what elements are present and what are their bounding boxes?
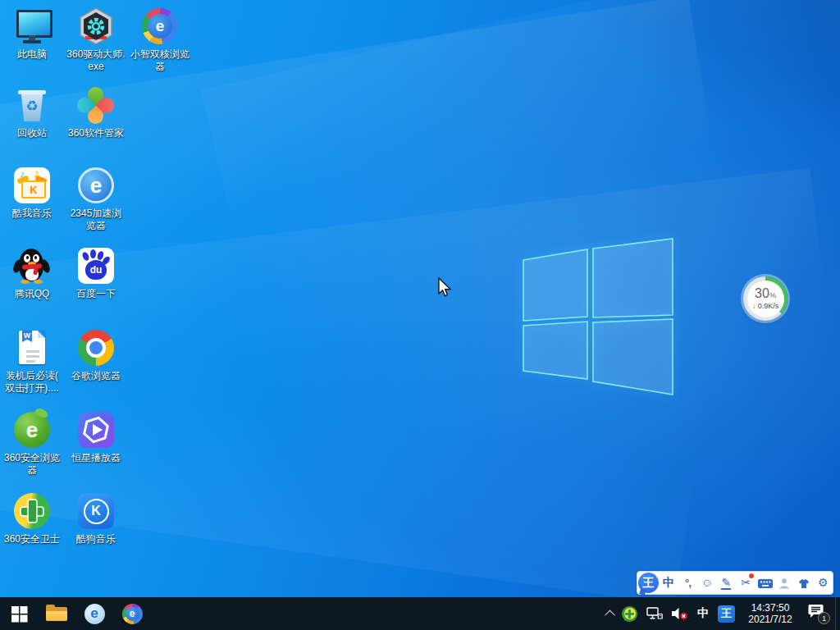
screenshot-scissors-icon[interactable]: ✂	[736, 573, 756, 593]
chevron-up-icon	[605, 609, 615, 620]
taskbar-2345-browser-button[interactable]: e	[75, 597, 113, 630]
plus-vertical-fill	[29, 500, 36, 522]
system-tray: 中 王 14:37:50 2021/7/12 1	[600, 597, 840, 630]
360-shield-icon	[622, 606, 637, 622]
speed-ball-face: 30% ↓ 0.9K/s	[747, 281, 784, 317]
emoji-icon[interactable]: ☺	[697, 573, 717, 593]
desktop-icon-kuwo-music[interactable]: K ♪ ♪ 酷我音乐	[0, 166, 64, 220]
readme-doc-icon: W	[12, 328, 52, 368]
icon-label: 酷我音乐	[0, 208, 67, 220]
desktop-icon-chrome[interactable]: 谷歌浏览器	[64, 328, 128, 382]
paw-toe	[90, 249, 96, 258]
icon-label: 装机后必读( 双击打开)....	[0, 370, 67, 395]
tray-clock[interactable]: 14:37:50 2021/7/12	[745, 602, 796, 625]
recycle-bin-icon: ♻	[12, 85, 52, 125]
start-button[interactable]	[0, 597, 38, 630]
recycle-symbol-icon: ♻	[12, 98, 52, 115]
page-fold	[38, 331, 45, 338]
desktop-icon-readme-doc[interactable]: W 装机后必读( 双击打开)....	[0, 328, 64, 395]
desktop-wallpaper: 此电脑 360驱动大师. exe e 小智双核浏览 器 ♻ 回收站	[0, 0, 840, 597]
chrome-blue-core	[89, 341, 103, 354]
tray-time: 14:37:50	[745, 602, 796, 614]
icon-label: 360安全卫士	[0, 533, 67, 546]
virtual-keyboard-icon[interactable]	[756, 573, 775, 593]
icon-label: 百度一下	[61, 288, 131, 300]
speaker-mute-icon	[671, 607, 689, 620]
penguin-foot	[34, 280, 43, 284]
desktop-icon-xiaozhi-browser[interactable]: e 小智双核浏览 器	[128, 7, 192, 73]
desktop-icon-tencent-qq[interactable]: 腾讯QQ	[0, 246, 64, 300]
icon-label: 此电脑	[0, 48, 67, 61]
network-status-icon[interactable]	[646, 597, 663, 630]
ime-punctuation-toggle[interactable]: °,	[678, 573, 698, 593]
desktop-icon-360-browser[interactable]: e 360安全浏览 器	[0, 410, 64, 477]
desktop-icon-this-pc[interactable]: 此电脑	[0, 7, 64, 61]
account-person-icon[interactable]	[774, 573, 794, 593]
star-player-icon	[76, 410, 116, 450]
desktop-icon-360-safe[interactable]: 360安全卫士	[0, 491, 64, 546]
desktop-icon-baidu[interactable]: du 百度一下	[64, 246, 128, 300]
text-line	[26, 360, 35, 363]
2345-browser-icon: e	[76, 166, 116, 205]
desktop-icon-star-player[interactable]: 恒星播放器	[64, 410, 128, 464]
hexagon-gear-icon	[76, 7, 116, 46]
desktop-icon-2345-browser[interactable]: e 2345加速浏 览器	[64, 166, 128, 232]
360-browser-icon: e	[12, 410, 52, 450]
software-manager-icon	[76, 85, 116, 125]
file-explorer-button[interactable]	[38, 597, 75, 630]
bookmark-w: W	[22, 331, 32, 342]
desktop-icon-driver-master[interactable]: 360驱动大师. exe	[64, 7, 128, 73]
blue-tile: K	[78, 493, 114, 529]
chrome-icon	[76, 328, 116, 368]
icon-label: 360软件管家	[61, 127, 131, 139]
desktop-icon-recycle-bin[interactable]: ♻ 回收站	[0, 85, 64, 139]
tray-date: 2021/7/12	[745, 614, 796, 625]
action-center-button[interactable]: 1	[807, 603, 829, 624]
icon-label: 恒星播放器	[61, 452, 131, 464]
document-page: W	[19, 331, 45, 364]
browser-e-glyph: e	[78, 167, 114, 203]
skin-shirt-icon[interactable]	[794, 573, 814, 593]
handwriting-pencil-icon[interactable]: ✎	[717, 573, 737, 593]
speed-ball[interactable]: 30% ↓ 0.9K/s	[743, 276, 788, 321]
plus-horizontal	[625, 613, 634, 615]
desktop-icon-software-manager[interactable]: 360软件管家	[64, 85, 128, 139]
show-desktop-button[interactable]	[836, 597, 840, 630]
browser-e-colorful-icon: e	[122, 604, 143, 624]
monitor-base	[23, 40, 41, 43]
penguin-foot	[21, 280, 30, 284]
volume-muted-icon[interactable]	[671, 597, 689, 630]
this-pc-icon	[12, 7, 52, 46]
ime-tray-badge[interactable]: 王	[718, 605, 735, 623]
bin-rim	[18, 90, 46, 94]
play-star-icon	[78, 412, 114, 448]
tray-360-safe-icon[interactable]	[622, 597, 646, 630]
notification-dot	[749, 573, 754, 578]
ime-logo[interactable]: 王	[638, 573, 659, 593]
network-speed: ↓ 0.9K/s	[752, 302, 779, 311]
gradient-tile	[78, 412, 114, 448]
ime-mode-toggle[interactable]: 中	[659, 573, 678, 593]
text-line	[26, 350, 39, 353]
xiaozhi-browser-icon: e	[140, 7, 180, 46]
taskbar: e e	[0, 597, 840, 630]
folder-front	[46, 611, 67, 621]
ethernet-monitor-icon	[646, 607, 663, 620]
ime-toolbar[interactable]: 王 中 °, ☺ ✎ ✂ ⚙	[637, 571, 833, 595]
icon-label: 谷歌浏览器	[61, 370, 131, 382]
settings-gear-icon[interactable]: ⚙	[814, 573, 833, 593]
windows-logo	[515, 233, 679, 401]
icon-label: 360驱动大师. exe	[61, 48, 131, 73]
browser-e-glyph: e	[148, 14, 172, 39]
desktop-icon-kugou-music[interactable]: K 酷狗音乐	[64, 491, 128, 546]
windows-start-icon	[11, 605, 28, 623]
penguin-pupil	[26, 256, 29, 259]
input-language-indicator[interactable]: 中	[697, 606, 709, 621]
kuwo-music-icon: K ♪ ♪	[12, 166, 52, 205]
hidden-icons-chevron[interactable]	[600, 597, 622, 630]
icon-label: 小智双核浏览 器	[125, 48, 195, 73]
taskbar-xiaozhi-browser-button[interactable]: e	[113, 597, 151, 630]
icon-label: 酷狗音乐	[61, 533, 131, 546]
paw-palm-du: du	[85, 260, 107, 280]
driver-master-icon	[76, 7, 116, 46]
